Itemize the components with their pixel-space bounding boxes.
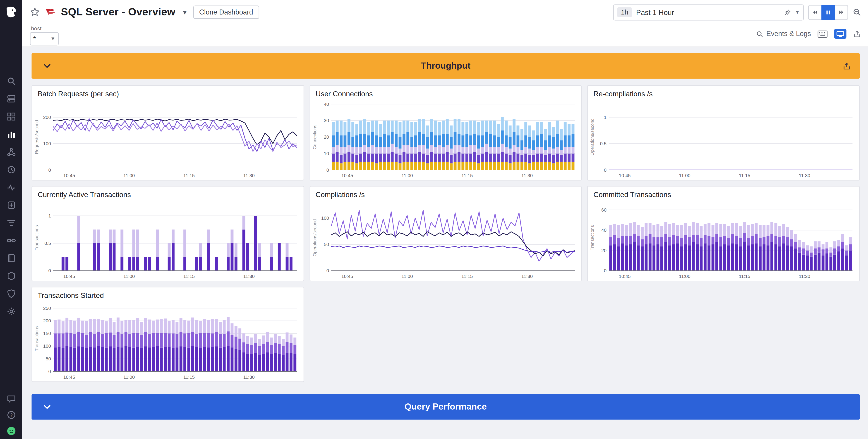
pipelines-icon[interactable] [6, 218, 16, 228]
chart-panel[interactable]: Currently Active Transactions00.5110:451… [31, 186, 304, 281]
help-icon[interactable]: ? [6, 410, 16, 420]
svg-text:11:00: 11:00 [679, 173, 690, 178]
pin-icon[interactable] [784, 9, 791, 16]
favorite-star-icon[interactable] [30, 7, 40, 17]
share-export-icon[interactable] [853, 30, 862, 38]
chart-panel[interactable]: Compliations /s05010010:4511:0011:1511:3… [309, 186, 582, 281]
title-chevron-down-icon[interactable]: ▼ [182, 8, 188, 16]
events-logs-toggle[interactable]: Events & Logs [756, 30, 811, 38]
svg-text:?: ? [10, 412, 12, 418]
section-header-throughput[interactable]: Throughput [31, 53, 860, 79]
chart-title: Currently Active Transactions [32, 187, 303, 200]
rewind-button[interactable] [808, 5, 822, 20]
svg-text:11:30: 11:30 [799, 274, 810, 279]
svg-text:1: 1 [49, 213, 51, 218]
svg-text:0: 0 [604, 268, 607, 273]
search-icon[interactable] [6, 76, 16, 86]
chart-plot[interactable]: 05010010:4511:0011:1511:30Operations/sec… [311, 201, 579, 281]
avatar-icon[interactable] [6, 426, 16, 436]
chart-panel[interactable]: Committed Transactions020406010:4511:001… [587, 186, 860, 281]
svg-text:Operations/second: Operations/second [312, 219, 317, 257]
section-header-query-performance[interactable]: Query Performance [31, 394, 860, 419]
svg-text:200: 200 [43, 318, 51, 323]
svg-text:11:15: 11:15 [739, 274, 750, 279]
forward-button[interactable] [835, 5, 848, 20]
svg-text:11:15: 11:15 [183, 375, 195, 380]
svg-text:100: 100 [321, 215, 329, 221]
chart-title: Batch Requests (per sec) [32, 86, 303, 99]
svg-text:1: 1 [604, 115, 607, 120]
svg-text:Transactions: Transactions [34, 225, 39, 250]
chart-title: Transactions Started [32, 287, 303, 301]
notebooks-icon[interactable] [6, 254, 16, 263]
template-variable-host: host * ▼ [30, 25, 59, 45]
svg-text:11:15: 11:15 [739, 173, 750, 178]
svg-text:Transactions: Transactions [590, 225, 595, 250]
metrics-icon[interactable] [6, 129, 16, 139]
chart-title: User Connections [310, 86, 581, 99]
dashboards-icon[interactable] [6, 112, 16, 121]
infrastructure-icon[interactable] [6, 94, 16, 104]
clone-dashboard-button[interactable]: Clone Dashboard [193, 5, 259, 19]
svg-text:10:45: 10:45 [63, 173, 75, 178]
svg-text:40: 40 [601, 228, 607, 233]
svg-text:50: 50 [46, 356, 51, 361]
section-export-icon[interactable] [842, 62, 851, 70]
chart-panel[interactable]: Transactions Started05010015020025010:45… [31, 287, 304, 382]
chart-plot[interactable]: 01020304010:4511:0011:1511:30Connections [311, 100, 579, 180]
host-variable-label: host [31, 25, 59, 31]
chart-title: Re-compliations /s [588, 86, 859, 99]
svg-text:11:15: 11:15 [461, 274, 472, 279]
chart-plot[interactable]: 00.5110:4511:0011:1511:30Transactions [33, 201, 301, 281]
chat-icon[interactable] [6, 394, 16, 404]
chart-plot[interactable]: 020406010:4511:0011:1511:30Transactions [589, 201, 857, 281]
svg-text:100: 100 [43, 343, 51, 349]
svg-text:40: 40 [323, 101, 329, 107]
svg-text:0.5: 0.5 [44, 240, 51, 246]
svg-text:0: 0 [49, 268, 51, 273]
svg-text:11:00: 11:00 [123, 274, 135, 279]
svg-text:10:45: 10:45 [63, 274, 75, 279]
app: ? SQL Server - Overview ▼ Clone Dashboar… [0, 0, 868, 439]
settings-icon[interactable] [6, 307, 16, 316]
pause-button[interactable] [822, 5, 835, 20]
host-variable-select[interactable]: * ▼ [30, 32, 59, 46]
svg-text:11:30: 11:30 [799, 173, 810, 178]
security-icon[interactable] [6, 271, 16, 281]
keyboard-shortcuts-icon[interactable] [817, 30, 828, 37]
zoom-out-icon[interactable] [852, 8, 861, 17]
svg-text:11:00: 11:00 [401, 173, 412, 178]
svg-text:11:30: 11:30 [521, 173, 532, 178]
connections-icon[interactable] [6, 236, 16, 245]
svg-text:250: 250 [43, 305, 51, 311]
chart-plot[interactable]: 010020010:4511:0011:1511:30Requests/seco… [33, 100, 301, 180]
host-variable-value: * [33, 35, 36, 42]
synthetics-icon[interactable] [6, 165, 16, 174]
time-range-selector[interactable]: 1h Past 1 Hour ▼ [613, 4, 804, 20]
svg-text:0: 0 [49, 167, 51, 173]
chart-plot[interactable]: 00.5110:4511:0011:1511:30Operations/seco… [589, 100, 857, 180]
svg-text:Transactions: Transactions [34, 326, 39, 351]
chart-panel[interactable]: User Connections01020304010:4511:0011:15… [309, 85, 582, 180]
time-range-chevron-icon[interactable]: ▼ [795, 9, 800, 15]
network-icon[interactable] [6, 147, 16, 157]
sidebar: ? [0, 0, 22, 439]
svg-text:60: 60 [601, 207, 607, 212]
svg-text:11:00: 11:00 [123, 173, 135, 178]
svg-text:Requests/second: Requests/second [34, 120, 39, 154]
svg-text:50: 50 [323, 242, 329, 247]
datadog-logo-icon[interactable] [3, 3, 19, 21]
sidebar-bottom: ? [6, 394, 16, 439]
time-range-label: Past 1 Hour [636, 8, 780, 16]
section-title: Query Performance [31, 402, 860, 412]
shield-icon[interactable] [6, 289, 16, 298]
integrations-icon[interactable] [6, 201, 16, 210]
svg-text:10: 10 [323, 151, 329, 156]
chart-panel[interactable]: Batch Requests (per sec)010020010:4511:0… [31, 85, 304, 180]
chart-plot[interactable]: 05010015020025010:4511:0011:1511:30Trans… [33, 302, 301, 382]
tv-mode-icon[interactable] [834, 29, 846, 39]
apm-icon[interactable] [6, 182, 16, 192]
svg-text:10:45: 10:45 [619, 173, 631, 178]
chart-panel[interactable]: Re-compliations /s00.5110:4511:0011:1511… [587, 85, 860, 180]
svg-text:11:00: 11:00 [401, 274, 412, 279]
